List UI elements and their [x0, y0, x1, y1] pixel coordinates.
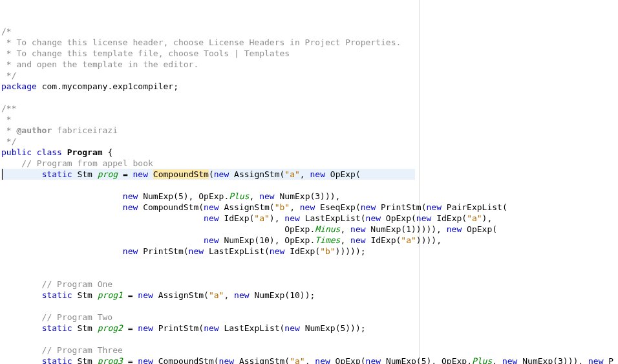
code-line: // Program One — [1, 279, 112, 289]
code-line — [1, 92, 6, 102]
code-line — [1, 301, 6, 311]
code-line: /* — [1, 27, 12, 36]
code-area[interactable]: /* * To change this license header, choo… — [0, 0, 618, 364]
code-line: new NumExp(10), OpExp.Times, new IdExp("… — [1, 235, 442, 245]
code-line: */ — [1, 70, 16, 80]
code-line: new PrintStm(new LastExpList(new IdExp("… — [1, 246, 366, 256]
code-line: package com.mycompany.exp1compiler; — [1, 81, 178, 91]
code-line: new CompoundStm(new AssignStm("b", new E… — [1, 202, 507, 212]
text-cursor — [2, 169, 3, 180]
code-line: public class Program { — [1, 147, 112, 157]
code-line: new NumExp(5), OpExp.Plus, new NumExp(3)… — [1, 191, 340, 201]
code-line: static Stm prog3 = new CompoundStm(new A… — [1, 356, 613, 364]
code-line: * — [1, 114, 12, 124]
code-line: new IdExp("a"), new LastExpList(new OpEx… — [1, 213, 492, 223]
code-line: OpExp.Minus, new NumExp(1))))), new OpEx… — [1, 224, 497, 234]
code-line: // Program from appel book — [1, 158, 153, 168]
current-line: static Stm prog = new CompoundStm(new As… — [1, 169, 415, 180]
code-line: * To change this license header, choose … — [1, 37, 401, 47]
code-editor[interactable]: /* * To change this license header, choo… — [0, 0, 618, 364]
code-line — [1, 257, 6, 267]
code-line: // Program Three — [1, 345, 123, 355]
code-line: * and open the template in the editor. — [1, 59, 198, 69]
code-line: * @author fabriceirazi — [1, 125, 118, 135]
code-line: // Program Two — [1, 312, 112, 322]
code-line: static Stm prog2 = new PrintStm(new Last… — [1, 323, 366, 333]
code-line: */ — [1, 136, 16, 146]
code-line: /** — [1, 103, 16, 113]
code-line: static Stm prog1 = new AssignStm("a", ne… — [1, 290, 315, 300]
code-line: * To change this template file, choose T… — [1, 48, 290, 58]
code-line — [1, 334, 6, 344]
code-line — [1, 268, 6, 278]
